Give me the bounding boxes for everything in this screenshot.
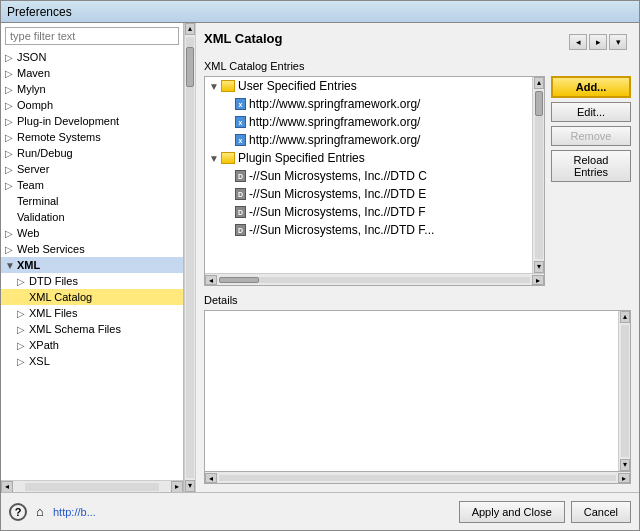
panel-header: XML Catalog ◂ ▸ ▾ bbox=[204, 31, 631, 52]
sidebar-item-label: Terminal bbox=[17, 195, 59, 207]
arrow-icon: ▷ bbox=[5, 164, 17, 175]
sidebar-hscrollbar[interactable]: ◂ ▸ bbox=[1, 480, 183, 492]
apply-close-button[interactable]: Apply and Close bbox=[459, 501, 565, 523]
reload-button[interactable]: Reload Entries bbox=[551, 150, 631, 182]
sidebar-item-plugin-dev[interactable]: ▷ Plug-in Development bbox=[1, 113, 183, 129]
dtd-icon: D bbox=[235, 206, 246, 218]
panel-title: XML Catalog bbox=[204, 31, 283, 46]
dtd-icon: D bbox=[235, 170, 246, 182]
bottom-left: ? ⌂ http://b... bbox=[9, 503, 455, 521]
sidebar-item-label: Web bbox=[17, 227, 39, 239]
sidebar-item-web-services[interactable]: ▷ Web Services bbox=[1, 241, 183, 257]
catalog-entry-1[interactable]: x http://www.springframework.org/ bbox=[205, 95, 532, 113]
forward-btn[interactable]: ▸ bbox=[589, 34, 607, 50]
arrow-icon: ▷ bbox=[5, 132, 17, 143]
details-section: Details ▴ ▾ ◂ ▸ bbox=[204, 294, 631, 484]
catalog-tree-container: ▼ User Specified Entries x http://www.sp… bbox=[204, 76, 545, 286]
tree-hscroll-left[interactable]: ◂ bbox=[205, 275, 217, 285]
section-label: XML Catalog Entries bbox=[204, 60, 631, 72]
sidebar-item-xml-files[interactable]: ▷ XML Files bbox=[1, 305, 183, 321]
preferences-window: Preferences ▷ JSON ▷ Maven ▷ Mylyn bbox=[0, 0, 640, 531]
sidebar-item-xpath[interactable]: ▷ XPath bbox=[1, 337, 183, 353]
folder-icon bbox=[221, 152, 235, 164]
scroll-up-btn[interactable]: ▴ bbox=[185, 23, 195, 35]
sidebar-item-oomph[interactable]: ▷ Oomph bbox=[1, 97, 183, 113]
scroll-left-btn[interactable]: ◂ bbox=[1, 481, 13, 493]
sidebar-item-label: Remote Systems bbox=[17, 131, 101, 143]
plugin-specified-group[interactable]: ▼ Plugin Specified Entries bbox=[205, 149, 532, 167]
sidebar-item-label: Maven bbox=[17, 67, 50, 79]
details-hscroll-right[interactable]: ▸ bbox=[618, 473, 630, 483]
sidebar-item-remote-systems[interactable]: ▷ Remote Systems bbox=[1, 129, 183, 145]
plugin-entry-4[interactable]: D -//Sun Microsystems, Inc.//DTD F... bbox=[205, 221, 532, 239]
sidebar-item-maven[interactable]: ▷ Maven bbox=[1, 65, 183, 81]
scroll-right-btn[interactable]: ▸ bbox=[171, 481, 183, 493]
cancel-button[interactable]: Cancel bbox=[571, 501, 631, 523]
group-arrow-icon: ▼ bbox=[209, 81, 221, 92]
sidebar-item-label: DTD Files bbox=[29, 275, 78, 287]
sidebar-item-label: Team bbox=[17, 179, 44, 191]
catalog-entry-2[interactable]: x http://www.springframework.org/ bbox=[205, 113, 532, 131]
xml-icon: x bbox=[235, 98, 246, 110]
tree-hscrollbar[interactable]: ◂ ▸ bbox=[205, 273, 544, 285]
add-button[interactable]: Add... bbox=[551, 76, 631, 98]
sidebar-item-team[interactable]: ▷ Team bbox=[1, 177, 183, 193]
details-hscrollbar[interactable]: ◂ ▸ bbox=[204, 472, 631, 484]
tree-hscroll-track bbox=[219, 277, 530, 283]
scroll-thumb-track bbox=[186, 37, 194, 478]
tree-scroll-track bbox=[535, 91, 543, 259]
plugin-entry-3[interactable]: D -//Sun Microsystems, Inc.//DTD F bbox=[205, 203, 532, 221]
sidebar-item-terminal[interactable]: Terminal bbox=[1, 193, 183, 209]
help-icon[interactable]: ? bbox=[9, 503, 27, 521]
sidebar-item-xsl[interactable]: ▷ XSL bbox=[1, 353, 183, 369]
bottom-bar: ? ⌂ http://b... Apply and Close Cancel bbox=[1, 492, 639, 530]
tree-vscrollbar[interactable]: ▴ ▾ bbox=[532, 77, 544, 273]
sidebar-item-server[interactable]: ▷ Server bbox=[1, 161, 183, 177]
details-hscroll-left[interactable]: ◂ bbox=[205, 473, 217, 483]
dropdown-btn[interactable]: ▾ bbox=[609, 34, 627, 50]
details-content bbox=[205, 311, 618, 471]
entry-label: -//Sun Microsystems, Inc.//DTD F bbox=[249, 205, 426, 219]
sidebar-vscrollbar[interactable]: ▴ ▾ bbox=[184, 23, 196, 492]
expand-arrow-icon: ▼ bbox=[5, 260, 17, 271]
details-vscrollbar[interactable]: ▴ ▾ bbox=[618, 311, 630, 471]
sidebar-item-label: Validation bbox=[17, 211, 65, 223]
sidebar-item-mylyn[interactable]: ▷ Mylyn bbox=[1, 81, 183, 97]
arrow-icon: ▷ bbox=[5, 52, 17, 63]
sidebar-item-label: JSON bbox=[17, 51, 46, 63]
entry-label: http://www.springframework.org/ bbox=[249, 115, 420, 129]
catalog-entry-3[interactable]: x http://www.springframework.org/ bbox=[205, 131, 532, 149]
group-label: Plugin Specified Entries bbox=[238, 151, 365, 165]
sidebar-item-xml[interactable]: ▼ XML bbox=[1, 257, 183, 273]
arrow-icon: ▷ bbox=[5, 180, 17, 191]
catalog-tree-scroll-area: ▼ User Specified Entries x http://www.sp… bbox=[205, 77, 544, 273]
scroll-down-btn[interactable]: ▾ bbox=[185, 480, 195, 492]
entry-label: http://www.springframework.org/ bbox=[249, 133, 420, 147]
user-specified-group[interactable]: ▼ User Specified Entries bbox=[205, 77, 532, 95]
details-label: Details bbox=[204, 294, 631, 306]
details-scroll-up[interactable]: ▴ bbox=[620, 311, 630, 323]
sidebar-item-validation[interactable]: Validation bbox=[1, 209, 183, 225]
details-box: ▴ ▾ bbox=[204, 310, 631, 472]
sidebar-item-xml-schema-files[interactable]: ▷ XML Schema Files bbox=[1, 321, 183, 337]
plugin-entry-2[interactable]: D -//Sun Microsystems, Inc.//DTD E bbox=[205, 185, 532, 203]
sidebar-item-json[interactable]: ▷ JSON bbox=[1, 49, 183, 65]
tree-scroll-down[interactable]: ▾ bbox=[534, 261, 544, 273]
arrow-icon: ▷ bbox=[5, 116, 17, 127]
sidebar-item-web[interactable]: ▷ Web bbox=[1, 225, 183, 241]
details-scroll-down[interactable]: ▾ bbox=[620, 459, 630, 471]
details-hscroll-track bbox=[219, 475, 616, 481]
tree-hscroll-right[interactable]: ▸ bbox=[532, 275, 544, 285]
back-btn[interactable]: ◂ bbox=[569, 34, 587, 50]
sidebar-item-xml-catalog[interactable]: XML Catalog bbox=[1, 289, 183, 305]
remove-button[interactable]: Remove bbox=[551, 126, 631, 146]
filter-input[interactable] bbox=[5, 27, 179, 45]
edit-button[interactable]: Edit... bbox=[551, 102, 631, 122]
home-icon[interactable]: ⌂ bbox=[31, 503, 49, 521]
tree-scroll-up[interactable]: ▴ bbox=[534, 77, 544, 89]
dtd-icon: D bbox=[235, 224, 246, 236]
plugin-entry-1[interactable]: D -//Sun Microsystems, Inc.//DTD C bbox=[205, 167, 532, 185]
sidebar-item-run-debug[interactable]: ▷ Run/Debug bbox=[1, 145, 183, 161]
sidebar-item-dtd-files[interactable]: ▷ DTD Files bbox=[1, 273, 183, 289]
sidebar-item-label: XSL bbox=[29, 355, 50, 367]
